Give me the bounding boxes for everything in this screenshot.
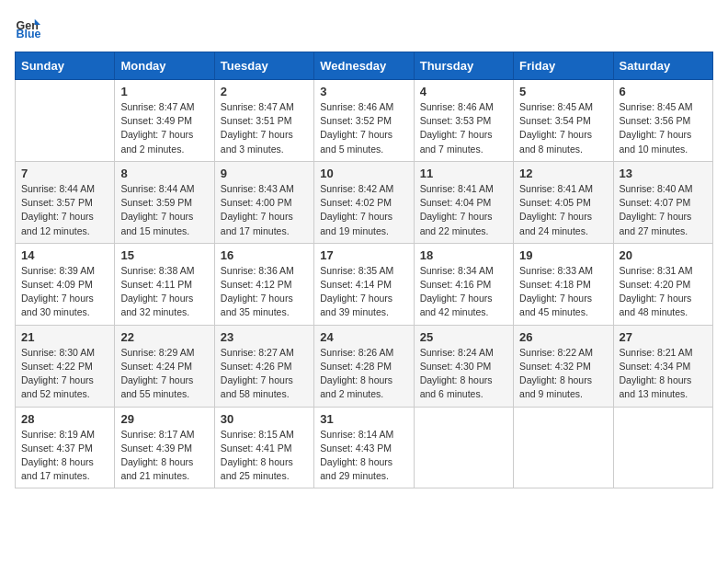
day-info: Sunrise: 8:34 AMSunset: 4:16 PMDaylight:… xyxy=(420,264,507,320)
calendar-cell: 30Sunrise: 8:15 AMSunset: 4:41 PMDayligh… xyxy=(214,407,313,488)
day-number: 26 xyxy=(519,330,607,344)
day-number: 3 xyxy=(320,85,407,98)
calendar-week-2: 14Sunrise: 8:39 AMSunset: 4:09 PMDayligh… xyxy=(16,243,713,325)
calendar-cell: 25Sunrise: 8:24 AMSunset: 4:30 PMDayligh… xyxy=(414,325,513,407)
weekday-friday: Friday xyxy=(514,52,613,80)
weekday-monday: Monday xyxy=(115,52,214,80)
weekday-tuesday: Tuesday xyxy=(214,52,313,80)
day-info: Sunrise: 8:39 AMSunset: 4:09 PMDaylight:… xyxy=(21,264,108,320)
svg-text:Blue: Blue xyxy=(17,28,40,40)
calendar-cell xyxy=(16,80,115,162)
day-number: 19 xyxy=(519,248,607,262)
day-info: Sunrise: 8:36 AMSunset: 4:12 PMDaylight:… xyxy=(221,264,308,320)
calendar-cell: 19Sunrise: 8:33 AMSunset: 4:18 PMDayligh… xyxy=(514,243,613,325)
calendar-cell: 27Sunrise: 8:21 AMSunset: 4:34 PMDayligh… xyxy=(613,325,712,407)
day-info: Sunrise: 8:22 AMSunset: 4:32 PMDaylight:… xyxy=(519,346,607,402)
day-number: 15 xyxy=(120,248,208,262)
day-info: Sunrise: 8:21 AMSunset: 4:34 PMDaylight:… xyxy=(620,346,707,402)
weekday-thursday: Thursday xyxy=(414,52,513,80)
calendar-cell: 8Sunrise: 8:44 AMSunset: 3:59 PMDaylight… xyxy=(115,161,214,243)
calendar-cell xyxy=(414,407,513,488)
day-info: Sunrise: 8:47 AMSunset: 3:49 PMDaylight:… xyxy=(120,100,208,156)
calendar-week-3: 21Sunrise: 8:30 AMSunset: 4:22 PMDayligh… xyxy=(16,325,713,407)
header: Gen Blue xyxy=(15,15,713,40)
calendar-cell: 20Sunrise: 8:31 AMSunset: 4:20 PMDayligh… xyxy=(613,243,712,325)
calendar-cell: 31Sunrise: 8:14 AMSunset: 4:43 PMDayligh… xyxy=(314,407,414,488)
calendar-cell: 18Sunrise: 8:34 AMSunset: 4:16 PMDayligh… xyxy=(414,243,513,325)
day-info: Sunrise: 8:31 AMSunset: 4:20 PMDaylight:… xyxy=(620,264,707,320)
calendar-cell xyxy=(613,407,712,488)
day-number: 28 xyxy=(21,412,108,426)
day-number: 21 xyxy=(21,330,108,344)
day-number: 20 xyxy=(620,248,707,262)
calendar-cell: 9Sunrise: 8:43 AMSunset: 4:00 PMDaylight… xyxy=(214,161,313,243)
day-number: 13 xyxy=(620,167,707,180)
day-info: Sunrise: 8:42 AMSunset: 4:02 PMDaylight:… xyxy=(320,182,407,238)
day-info: Sunrise: 8:14 AMSunset: 4:43 PMDaylight:… xyxy=(320,428,407,484)
day-number: 1 xyxy=(120,85,208,98)
calendar-cell: 11Sunrise: 8:41 AMSunset: 4:04 PMDayligh… xyxy=(414,161,513,243)
calendar-cell: 15Sunrise: 8:38 AMSunset: 4:11 PMDayligh… xyxy=(115,243,214,325)
day-number: 9 xyxy=(221,167,308,180)
day-info: Sunrise: 8:27 AMSunset: 4:26 PMDaylight:… xyxy=(221,346,308,402)
day-info: Sunrise: 8:43 AMSunset: 4:00 PMDaylight:… xyxy=(221,182,308,238)
calendar-header: SundayMondayTuesdayWednesdayThursdayFrid… xyxy=(16,52,713,80)
calendar-cell: 21Sunrise: 8:30 AMSunset: 4:22 PMDayligh… xyxy=(16,325,115,407)
calendar-cell: 17Sunrise: 8:35 AMSunset: 4:14 PMDayligh… xyxy=(314,243,414,325)
day-info: Sunrise: 8:19 AMSunset: 4:37 PMDaylight:… xyxy=(21,428,108,484)
day-number: 12 xyxy=(519,167,607,180)
logo-icon: Gen Blue xyxy=(15,15,40,40)
day-info: Sunrise: 8:41 AMSunset: 4:05 PMDaylight:… xyxy=(519,182,607,238)
day-info: Sunrise: 8:30 AMSunset: 4:22 PMDaylight:… xyxy=(21,346,108,402)
day-number: 5 xyxy=(519,85,607,98)
calendar-cell: 22Sunrise: 8:29 AMSunset: 4:24 PMDayligh… xyxy=(115,325,214,407)
calendar-cell: 24Sunrise: 8:26 AMSunset: 4:28 PMDayligh… xyxy=(314,325,414,407)
day-number: 11 xyxy=(420,167,507,180)
day-number: 7 xyxy=(21,167,108,180)
calendar-cell: 16Sunrise: 8:36 AMSunset: 4:12 PMDayligh… xyxy=(214,243,313,325)
weekday-wednesday: Wednesday xyxy=(314,52,414,80)
day-info: Sunrise: 8:40 AMSunset: 4:07 PMDaylight:… xyxy=(620,182,707,238)
calendar-cell: 2Sunrise: 8:47 AMSunset: 3:51 PMDaylight… xyxy=(214,80,313,162)
day-info: Sunrise: 8:46 AMSunset: 3:52 PMDaylight:… xyxy=(320,100,407,156)
day-number: 4 xyxy=(420,85,507,98)
calendar-week-0: 1Sunrise: 8:47 AMSunset: 3:49 PMDaylight… xyxy=(16,80,713,162)
day-number: 18 xyxy=(420,248,507,262)
calendar-cell: 29Sunrise: 8:17 AMSunset: 4:39 PMDayligh… xyxy=(115,407,214,488)
day-number: 29 xyxy=(120,412,208,426)
calendar-cell: 26Sunrise: 8:22 AMSunset: 4:32 PMDayligh… xyxy=(514,325,613,407)
day-info: Sunrise: 8:38 AMSunset: 4:11 PMDaylight:… xyxy=(120,264,208,320)
page-container: Gen Blue SundayMondayTuesdayWednesdayThu… xyxy=(15,15,713,488)
calendar-cell: 6Sunrise: 8:45 AMSunset: 3:56 PMDaylight… xyxy=(613,80,712,162)
calendar-table: SundayMondayTuesdayWednesdayThursdayFrid… xyxy=(15,52,713,488)
calendar-cell xyxy=(514,407,613,488)
day-info: Sunrise: 8:45 AMSunset: 3:56 PMDaylight:… xyxy=(620,100,707,156)
calendar-cell: 3Sunrise: 8:46 AMSunset: 3:52 PMDaylight… xyxy=(314,80,414,162)
day-number: 24 xyxy=(320,330,407,344)
day-number: 25 xyxy=(420,330,507,344)
day-info: Sunrise: 8:29 AMSunset: 4:24 PMDaylight:… xyxy=(120,346,208,402)
day-info: Sunrise: 8:45 AMSunset: 3:54 PMDaylight:… xyxy=(519,100,607,156)
day-number: 8 xyxy=(120,167,208,180)
day-info: Sunrise: 8:24 AMSunset: 4:30 PMDaylight:… xyxy=(420,346,507,402)
day-info: Sunrise: 8:15 AMSunset: 4:41 PMDaylight:… xyxy=(221,428,308,484)
day-info: Sunrise: 8:46 AMSunset: 3:53 PMDaylight:… xyxy=(420,100,507,156)
calendar-body: 1Sunrise: 8:47 AMSunset: 3:49 PMDaylight… xyxy=(16,80,713,488)
day-info: Sunrise: 8:35 AMSunset: 4:14 PMDaylight:… xyxy=(320,264,407,320)
calendar-cell: 28Sunrise: 8:19 AMSunset: 4:37 PMDayligh… xyxy=(16,407,115,488)
day-number: 16 xyxy=(221,248,308,262)
day-number: 30 xyxy=(221,412,308,426)
day-info: Sunrise: 8:41 AMSunset: 4:04 PMDaylight:… xyxy=(420,182,507,238)
day-number: 14 xyxy=(21,248,108,262)
calendar-week-4: 28Sunrise: 8:19 AMSunset: 4:37 PMDayligh… xyxy=(16,407,713,488)
day-number: 2 xyxy=(221,85,308,98)
day-number: 22 xyxy=(120,330,208,344)
calendar-cell: 5Sunrise: 8:45 AMSunset: 3:54 PMDaylight… xyxy=(514,80,613,162)
calendar-cell: 14Sunrise: 8:39 AMSunset: 4:09 PMDayligh… xyxy=(16,243,115,325)
day-number: 27 xyxy=(620,330,707,344)
calendar-week-1: 7Sunrise: 8:44 AMSunset: 3:57 PMDaylight… xyxy=(16,161,713,243)
calendar-cell: 1Sunrise: 8:47 AMSunset: 3:49 PMDaylight… xyxy=(115,80,214,162)
calendar-cell: 7Sunrise: 8:44 AMSunset: 3:57 PMDaylight… xyxy=(16,161,115,243)
day-number: 23 xyxy=(221,330,308,344)
day-info: Sunrise: 8:26 AMSunset: 4:28 PMDaylight:… xyxy=(320,346,407,402)
